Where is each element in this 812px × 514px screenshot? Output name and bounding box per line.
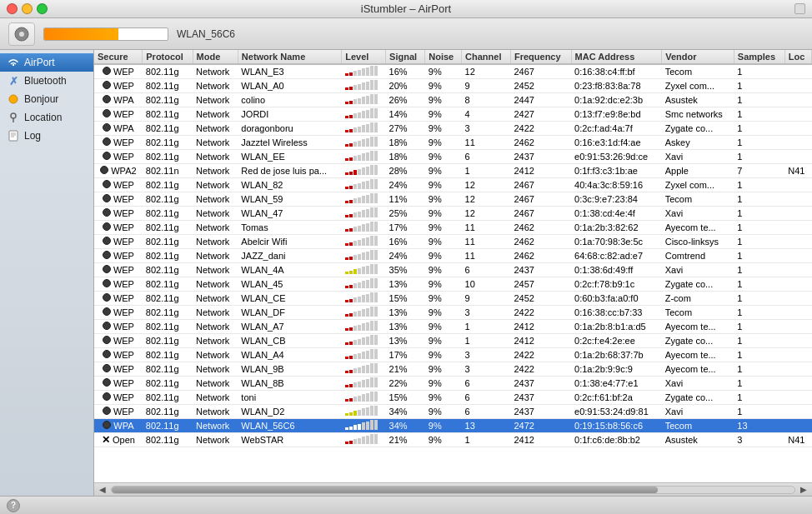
col-header-samples[interactable]: Samples xyxy=(734,50,784,64)
table-row[interactable]: WEP 802.11g Network Tomas 17% 9% 11 2462… xyxy=(94,221,812,235)
col-header-level[interactable]: Level xyxy=(342,50,386,64)
cell-loc xyxy=(784,391,811,405)
scrollbar-track[interactable] xyxy=(111,486,795,494)
col-header-noise[interactable]: Noise xyxy=(425,50,462,64)
cell-samples: 1 xyxy=(734,107,784,122)
sidebar-item-log[interactable]: Log xyxy=(0,127,93,145)
table-row[interactable]: WEP 802.11g Network WLAN_9B 21% 9% 3 242… xyxy=(94,362,812,377)
sidebar-bonjour-label: Bonjour xyxy=(24,93,58,105)
cell-secure: WEP xyxy=(113,67,134,77)
table-row[interactable]: WEP 802.11g Network WLAN_82 24% 9% 12 24… xyxy=(94,178,812,192)
network-type-dot xyxy=(103,67,111,75)
col-header-signal[interactable]: Signal xyxy=(386,50,425,64)
cell-mode: Network xyxy=(193,136,238,150)
col-header-mac[interactable]: MAC Address xyxy=(571,50,662,64)
cell-mode: Network xyxy=(193,320,238,334)
table-row[interactable]: WEP 802.11g Network WLAN_8B 22% 9% 6 243… xyxy=(94,377,812,391)
cell-channel: 1 xyxy=(462,433,511,447)
cell-frequency: 2437 xyxy=(510,263,571,277)
selected-network-label: WLAN_56C6 xyxy=(177,28,235,40)
cell-vendor: Xavi xyxy=(662,405,734,419)
maximize-button[interactable] xyxy=(37,3,48,14)
log-icon xyxy=(7,129,20,142)
toolbar-action-button[interactable] xyxy=(8,22,35,46)
table-row[interactable]: WPA 802.11g Network WLAN_56C6 34% 9% 13 … xyxy=(94,419,812,433)
table-row[interactable]: WEP 802.11g Network WLAN_D2 34% 9% 6 243… xyxy=(94,405,812,419)
col-header-protocol[interactable]: Protocol xyxy=(143,50,193,64)
cell-signal: 28% xyxy=(386,164,425,178)
cell-mode: Network xyxy=(193,79,238,93)
table-row[interactable]: WPA 802.11g Network colino 26% 9% 8 2447… xyxy=(94,93,812,107)
cell-mode: Network xyxy=(193,192,238,207)
col-header-secure[interactable]: Secure xyxy=(94,50,143,64)
cell-samples: 7 xyxy=(734,164,784,178)
help-button[interactable]: ? xyxy=(7,499,20,512)
minimize-button[interactable] xyxy=(22,3,33,14)
cell-signal: 13% xyxy=(386,334,425,348)
scroll-left-button[interactable]: ◀ xyxy=(98,485,108,494)
table-row[interactable]: WEP 802.11g Network Jazztel Wireless 18%… xyxy=(94,136,812,150)
col-header-vendor[interactable]: Vendor xyxy=(662,50,734,64)
sidebar-item-airport[interactable]: AirPort xyxy=(0,53,93,72)
cell-network-name: JAZZ_dani xyxy=(238,249,341,263)
scroll-right-button[interactable]: ▶ xyxy=(799,485,809,494)
window-right-control[interactable] xyxy=(794,3,805,14)
col-header-mode[interactable]: Mode xyxy=(193,50,238,64)
table-row[interactable]: WEP 802.11g Network WLAN_E3 16% 9% 12 24… xyxy=(94,64,812,79)
network-type-dot xyxy=(103,81,111,89)
scrollbar-thumb[interactable] xyxy=(112,487,658,493)
cell-mac: 0:16:e3:1d:f4:ae xyxy=(571,136,662,150)
window-controls[interactable] xyxy=(7,3,48,14)
table-row[interactable]: WEP 802.11g Network WLAN_CB 13% 9% 1 241… xyxy=(94,334,812,348)
cell-mode: Network xyxy=(193,178,238,192)
col-header-loc[interactable]: Loc xyxy=(784,50,811,64)
network-table-container[interactable]: Secure Protocol Mode Network Name Level … xyxy=(94,50,812,482)
cell-frequency: 2422 xyxy=(510,348,571,362)
cell-type: WEP xyxy=(94,348,143,362)
table-row[interactable]: WEP 802.11g Network WLAN_A0 20% 9% 9 245… xyxy=(94,79,812,93)
table-row[interactable]: WEP 802.11g Network WLAN_59 11% 9% 12 24… xyxy=(94,192,812,207)
table-row[interactable]: WEP 802.11g Network toni 15% 9% 6 2437 0… xyxy=(94,391,812,405)
table-row[interactable]: WEP 802.11g Network WLAN_CE 15% 9% 9 245… xyxy=(94,292,812,306)
network-type-dot xyxy=(103,407,111,415)
cell-network-name: Red de jose luis pa... xyxy=(238,164,341,178)
cell-protocol: 802.11g xyxy=(143,405,193,419)
cell-mode: Network xyxy=(193,249,238,263)
table-row[interactable]: WEP 802.11g Network WLAN_EE 18% 9% 6 243… xyxy=(94,150,812,164)
cell-loc xyxy=(784,192,811,207)
table-row[interactable]: WPA2 802.11n Network Red de jose luis pa… xyxy=(94,164,812,178)
table-row[interactable]: WEP 802.11g Network JAZZ_dani 24% 9% 11 … xyxy=(94,249,812,263)
table-row[interactable]: ✕ Open 802.11g Network WebSTAR 21% 9% 1 … xyxy=(94,433,812,447)
table-row[interactable]: WEP 802.11g Network Abelcir Wifi 16% 9% … xyxy=(94,235,812,249)
cell-loc xyxy=(784,306,811,320)
table-row[interactable]: WEP 802.11g Network WLAN_4A 35% 9% 6 243… xyxy=(94,263,812,277)
table-row[interactable]: WEP 802.11g Network JORDI 14% 9% 4 2427 … xyxy=(94,107,812,122)
table-row[interactable]: WEP 802.11g Network WLAN_45 13% 9% 10 24… xyxy=(94,277,812,292)
collapse-button[interactable] xyxy=(794,3,805,14)
table-row[interactable]: WEP 802.11g Network WLAN_A4 17% 9% 3 242… xyxy=(94,348,812,362)
table-row[interactable]: WEP 802.11g Network WLAN_47 25% 9% 12 24… xyxy=(94,207,812,221)
cell-mode: Network xyxy=(193,348,238,362)
cell-protocol: 802.11g xyxy=(143,207,193,221)
sidebar-item-bonjour[interactable]: Bonjour xyxy=(0,90,93,108)
cell-loc xyxy=(784,277,811,292)
sidebar-item-location[interactable]: Location xyxy=(0,108,93,127)
cell-signal: 17% xyxy=(386,221,425,235)
col-header-channel[interactable]: Channel xyxy=(462,50,511,64)
cell-channel: 8 xyxy=(462,93,511,107)
col-header-frequency[interactable]: Frequency xyxy=(510,50,571,64)
col-header-network-name[interactable]: Network Name xyxy=(238,50,341,64)
cell-noise: 9% xyxy=(425,150,462,164)
network-type-dot xyxy=(103,279,111,287)
cell-channel: 3 xyxy=(462,306,511,320)
close-button[interactable] xyxy=(7,3,18,14)
table-row[interactable]: WPA 802.11g Network doragonboru 27% 9% 3… xyxy=(94,122,812,136)
table-row[interactable]: WEP 802.11g Network WLAN_A7 13% 9% 1 241… xyxy=(94,320,812,334)
cell-secure: WEP xyxy=(113,265,134,275)
cell-loc xyxy=(784,79,811,93)
sidebar-item-bluetooth[interactable]: ✗ Bluetooth xyxy=(0,72,93,90)
cell-signal: 22% xyxy=(386,377,425,391)
table-row[interactable]: WEP 802.11g Network WLAN_DF 13% 9% 3 242… xyxy=(94,306,812,320)
cell-level xyxy=(342,277,386,292)
cell-mac: 0:1:38:cd:4e:4f xyxy=(571,207,662,221)
